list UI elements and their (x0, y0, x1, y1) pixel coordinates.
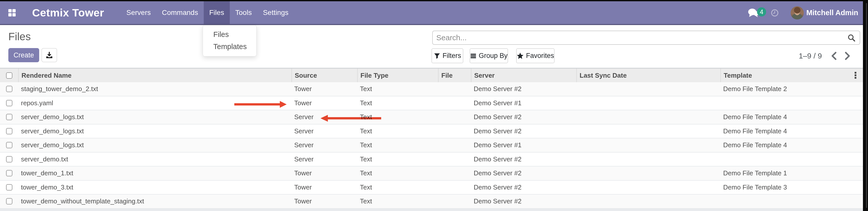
app-window: Cetmix Tower ServersCommandsFilesToolsSe… (0, 1, 863, 211)
select-all-cell (0, 68, 18, 82)
row-checkbox[interactable] (6, 184, 12, 190)
main-menu: ServersCommandsFilesToolsSettings (121, 1, 294, 24)
cell-source: Tower (291, 167, 357, 180)
row-checkbox-cell (0, 124, 18, 138)
row-checkbox[interactable] (6, 86, 12, 92)
cell-server: Demo Server #2 (471, 153, 576, 166)
table-row[interactable]: tower_demo_1.txtTowerTextDemo Server #2D… (0, 167, 863, 181)
message-count-badge[interactable]: 4 (757, 7, 766, 17)
user-avatar[interactable] (790, 6, 804, 20)
window-right-edge (863, 0, 868, 211)
page-title: Files (8, 31, 31, 43)
table-row[interactable]: server_demo_logs.txtServerTextDemo Serve… (0, 110, 863, 124)
cell-source: Server (291, 124, 357, 138)
pager-next-icon[interactable] (844, 52, 851, 60)
search-icon[interactable] (847, 34, 856, 42)
table-footer-strip (0, 209, 863, 211)
cell-last-sync (576, 139, 720, 152)
table-row[interactable]: server_demo.txtServerTextDemo Server #2 (0, 153, 863, 167)
cell-file-type: Text (357, 153, 438, 166)
optional-columns-toggle[interactable] (850, 71, 860, 80)
table-row[interactable]: server_demo_logs.txtServerTextDemo Serve… (0, 139, 863, 153)
filters-button[interactable]: Filters (431, 48, 463, 63)
apps-grid-icon[interactable] (8, 9, 16, 17)
group-by-button[interactable]: Group By (470, 48, 508, 63)
row-checkbox[interactable] (6, 198, 12, 204)
nav-item-settings[interactable]: Settings (257, 1, 294, 24)
column-header-source[interactable]: Source (291, 68, 357, 82)
column-header-file[interactable]: File (438, 68, 471, 82)
table-row[interactable]: tower_demo_without_template_staging.txtT… (0, 194, 863, 209)
select-all-checkbox[interactable] (6, 72, 12, 79)
cell-server: Demo Server #2 (471, 181, 576, 194)
navbar-divider (0, 24, 863, 25)
table-row[interactable]: staging_tower_demo_2.txtTowerTextDemo Se… (0, 82, 863, 96)
cell-file (438, 153, 471, 166)
cell-source: Tower (291, 181, 357, 194)
cell-template: Demo File Template 2 (720, 82, 847, 96)
create-button[interactable]: Create (8, 48, 39, 62)
table-row[interactable]: repos.yamlTowerTextDemo Server #1 (0, 96, 863, 111)
cell-server: Demo Server #1 (471, 96, 576, 110)
nav-item-servers[interactable]: Servers (121, 1, 156, 24)
cell-template: Demo File Template 4 (720, 110, 847, 124)
cell-source: Server (291, 153, 357, 166)
pager-previous-icon[interactable] (831, 52, 837, 60)
cell-server: Demo Server #2 (471, 82, 576, 96)
row-checkbox-cell (0, 181, 18, 194)
row-checkbox-cell (0, 96, 18, 110)
row-checkbox[interactable] (6, 128, 12, 134)
cell-file (438, 181, 471, 194)
export-button[interactable] (41, 48, 57, 62)
nav-item-tools[interactable]: Tools (230, 1, 257, 24)
column-header-server[interactable]: Server (471, 68, 576, 82)
table-row[interactable]: tower_demo_3.txtTowerTextDemo Server #2D… (0, 181, 863, 195)
row-checkbox[interactable] (6, 156, 12, 162)
user-name[interactable]: Mitchell Admin (806, 1, 858, 24)
cell-template: Demo File Template 4 (720, 139, 847, 152)
cell-template (720, 153, 847, 166)
row-checkbox[interactable] (6, 142, 12, 148)
cell-file-type: Text (357, 194, 438, 208)
row-checkbox-cell (0, 139, 18, 152)
row-checkbox[interactable] (6, 114, 12, 120)
row-checkbox-cell (0, 153, 18, 166)
cell-template: Demo File Template 3 (720, 181, 847, 194)
nav-item-files[interactable]: Files (204, 1, 230, 24)
cell-file-type: Text (357, 181, 438, 194)
scrollbar-thumb[interactable] (866, 3, 867, 208)
cell-last-sync (576, 181, 720, 194)
cell-source: Server (291, 110, 357, 124)
cell-last-sync (576, 82, 720, 96)
cell-name: staging_tower_demo_2.txt (18, 82, 291, 96)
brand-title[interactable]: Cetmix Tower (32, 1, 104, 24)
cell-server: Demo Server #2 (471, 194, 576, 208)
cell-name: tower_demo_3.txt (18, 181, 291, 194)
search-input[interactable] (436, 31, 841, 44)
row-checkbox[interactable] (6, 170, 12, 176)
column-header-last-sync-date[interactable]: Last Sync Date (576, 68, 720, 82)
cell-file (438, 110, 471, 124)
cell-name: tower_demo_1.txt (18, 167, 291, 180)
nav-item-commands[interactable]: Commands (156, 1, 204, 24)
row-checkbox-cell (0, 167, 18, 180)
favorites-button[interactable]: Favorites (516, 48, 555, 63)
table-row[interactable]: server_demo_logs.txtServerTextDemo Serve… (0, 124, 863, 139)
column-header-template[interactable]: Template (720, 68, 847, 82)
group-by-icon (470, 53, 476, 59)
column-header-rendered-name[interactable]: Rendered Name (18, 68, 291, 82)
cell-last-sync (576, 194, 720, 208)
cell-template (720, 194, 847, 208)
cell-name: server_demo.txt (18, 153, 291, 166)
row-checkbox[interactable] (6, 100, 12, 106)
top-navbar: Cetmix Tower ServersCommandsFilesToolsSe… (0, 1, 863, 24)
activity-clock-icon[interactable] (771, 9, 778, 17)
search-bar (432, 31, 860, 45)
column-header-file-type[interactable]: File Type (357, 68, 438, 82)
dropdown-item-files[interactable]: Files (203, 28, 256, 40)
cell-file-type: Text (357, 139, 438, 152)
cell-server: Demo Server #1 (471, 139, 576, 152)
cell-file (438, 96, 471, 110)
cell-source: Tower (291, 82, 357, 96)
dropdown-item-templates[interactable]: Templates (203, 40, 256, 53)
